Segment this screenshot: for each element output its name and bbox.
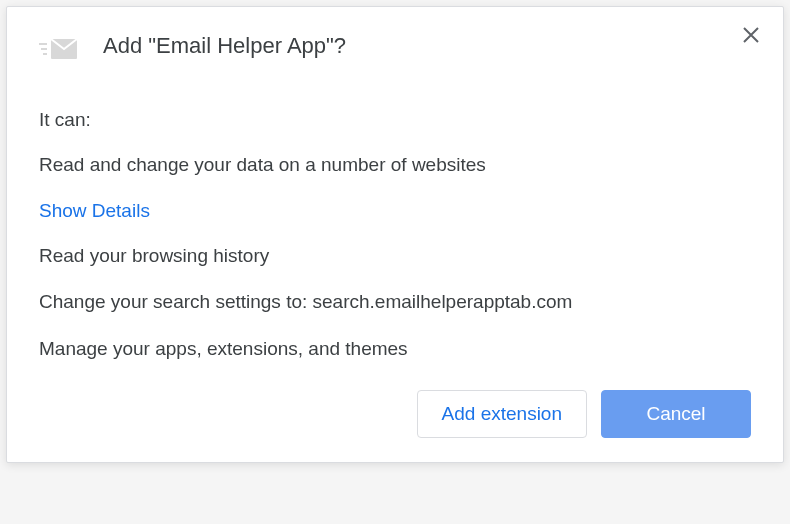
extension-icon	[39, 31, 79, 71]
close-button[interactable]	[741, 25, 761, 45]
permission-item: Change your search settings to: search.e…	[39, 290, 751, 315]
permission-item: Read and change your data on a number of…	[39, 153, 751, 178]
cancel-button[interactable]: Cancel	[601, 390, 751, 438]
extension-install-dialog: Add "Email Helper App"? It can: Read and…	[6, 6, 784, 463]
svg-rect-3	[43, 53, 47, 55]
mail-icon	[39, 35, 79, 67]
dialog-buttons: Add extension Cancel	[39, 390, 751, 438]
dialog-header: Add "Email Helper App"?	[39, 31, 751, 91]
svg-rect-1	[39, 43, 47, 45]
svg-rect-2	[41, 48, 47, 50]
permission-item: Manage your apps, extensions, and themes	[39, 337, 751, 362]
permissions-section: It can: Read and change your data on a n…	[39, 91, 751, 362]
close-icon	[742, 26, 760, 44]
dialog-title: Add "Email Helper App"?	[103, 31, 741, 59]
add-extension-button[interactable]: Add extension	[417, 390, 587, 438]
show-details-link[interactable]: Show Details	[39, 200, 751, 222]
permissions-label: It can:	[39, 109, 751, 131]
permission-item: Read your browsing history	[39, 244, 751, 269]
